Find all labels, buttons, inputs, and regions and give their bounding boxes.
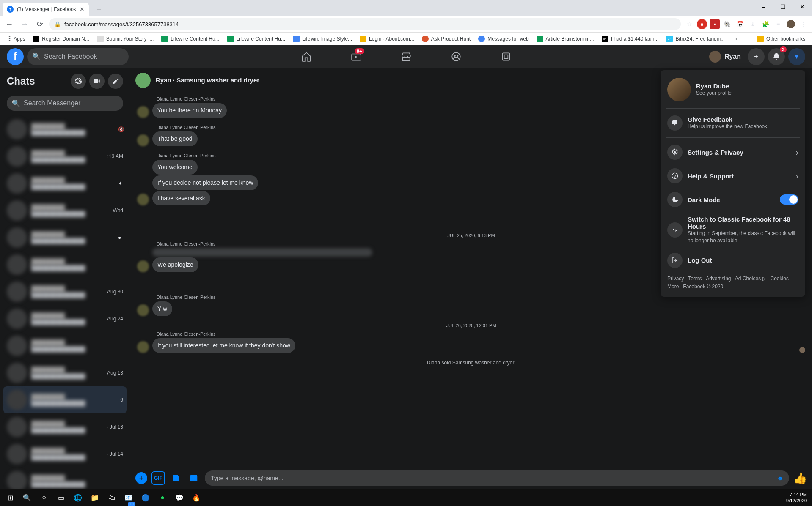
help-row[interactable]: ? Help & Support › bbox=[664, 164, 802, 188]
chat-item[interactable]: ████████ ███████████████ 6 bbox=[3, 386, 127, 413]
close-tab-icon[interactable]: ✕ bbox=[80, 6, 85, 13]
chat-item[interactable]: ████████ ███████████████ · Jul 14 bbox=[3, 440, 127, 468]
other-bookmarks[interactable]: Other bookmarks bbox=[754, 34, 809, 44]
chat-item[interactable]: ████████ ███████████████ Aug 30 bbox=[3, 278, 127, 305]
dark-mode-row[interactable]: Dark Mode bbox=[664, 188, 802, 211]
logout-row[interactable]: Log Out bbox=[664, 249, 802, 272]
bookmark-item[interactable]: Login - About.com... bbox=[356, 34, 418, 44]
abp-icon[interactable]: ● bbox=[697, 19, 707, 29]
dark-mode-toggle[interactable] bbox=[780, 194, 798, 205]
message-bubble[interactable]: If you decide not please let me know bbox=[152, 175, 258, 190]
nav-groups[interactable] bbox=[433, 46, 479, 67]
chat-item[interactable]: ████████ ███████████████ Aug 24 bbox=[3, 305, 127, 332]
close-window-button[interactable]: ✕ bbox=[793, 0, 812, 14]
bookmark-item[interactable]: Submit Your Story |... bbox=[94, 34, 157, 44]
reload-button[interactable]: ⟳ bbox=[34, 18, 46, 30]
app-icon[interactable]: 🔥 bbox=[188, 489, 205, 506]
maximize-button[interactable]: ☐ bbox=[773, 0, 793, 14]
ext-icon-1[interactable]: ▪ bbox=[710, 19, 720, 29]
message-bubble[interactable]: Y w bbox=[152, 301, 172, 316]
gif-icon[interactable]: GIF bbox=[151, 471, 165, 485]
chat-item[interactable]: ████████ ███████████████ bbox=[3, 468, 127, 489]
edge-icon[interactable]: 🌐 bbox=[69, 489, 86, 506]
create-button[interactable]: + bbox=[748, 48, 765, 65]
kebab-menu-icon[interactable]: ⋮ bbox=[798, 19, 809, 29]
system-tray[interactable]: 7:14 PM 9/12/2020 bbox=[786, 492, 810, 504]
conversation-title[interactable]: Ryan · Samsung washer and dryer bbox=[156, 77, 259, 84]
message-bubble[interactable]: I have several ask bbox=[152, 191, 210, 206]
message-bubble[interactable]: We apologize bbox=[152, 257, 198, 272]
account-menu-button[interactable]: ▼ bbox=[788, 48, 805, 65]
nav-gaming[interactable] bbox=[483, 46, 529, 67]
calendar-icon[interactable]: 📅 bbox=[735, 19, 745, 29]
facebook-search[interactable]: 🔍 Search Facebook bbox=[27, 48, 129, 65]
profile-row[interactable]: Ryan Dube See your profile bbox=[664, 74, 802, 106]
message-bubble[interactable]: That be good bbox=[152, 131, 198, 146]
chat-item[interactable]: ████████ ███████████████ bbox=[3, 251, 127, 278]
star-icon[interactable]: ☆ bbox=[684, 19, 694, 29]
forward-button[interactable]: → bbox=[19, 18, 30, 30]
extensions-icon[interactable]: 🧩 bbox=[760, 19, 771, 29]
mail-icon[interactable]: 📧99+ bbox=[120, 489, 137, 506]
bookmark-item[interactable]: Messages for web bbox=[475, 34, 532, 44]
feedback-row[interactable]: Give Feedback Help us improve the new Fa… bbox=[664, 111, 802, 135]
cortana-button[interactable]: ○ bbox=[36, 489, 52, 506]
new-tab-button[interactable]: + bbox=[93, 3, 105, 15]
bookmark-item[interactable]: Ask Product Hunt bbox=[418, 34, 474, 44]
profile-pill[interactable]: Ryan bbox=[706, 49, 744, 64]
reading-list-icon[interactable]: ≡ bbox=[773, 19, 783, 29]
messenger-search[interactable]: 🔍 Search Messenger bbox=[7, 96, 123, 111]
bookmark-item[interactable]: 24Bitrix24: Free landin... bbox=[663, 34, 728, 44]
explorer-icon[interactable]: 📁 bbox=[86, 489, 103, 506]
spotify-icon[interactable]: ● bbox=[154, 489, 171, 506]
facebook-logo[interactable]: f bbox=[7, 48, 24, 65]
nav-home[interactable] bbox=[283, 46, 330, 67]
bookmark-item[interactable]: IHI had a $1,440 laun... bbox=[598, 34, 662, 44]
message-bubble[interactable]: If you still interested let me know if t… bbox=[152, 338, 295, 353]
classic-row[interactable]: Switch to Classic Facebook for 48 Hours … bbox=[664, 211, 802, 249]
message-bubble[interactable]: You welcome bbox=[152, 160, 198, 175]
start-button[interactable]: ⊞ bbox=[2, 489, 19, 506]
thumbs-up-icon[interactable]: 👍 bbox=[793, 471, 807, 485]
chrome-icon[interactable]: 🔵 bbox=[137, 489, 154, 506]
video-room-icon[interactable] bbox=[89, 74, 105, 89]
chat-item[interactable]: ████████ ███████████████ :13 AM bbox=[3, 143, 127, 170]
evernote-icon[interactable]: 🐘 bbox=[722, 19, 732, 29]
ext-icon-2[interactable]: 🌡 bbox=[748, 19, 758, 29]
browser-tab[interactable]: f (3) Messenger | Facebook ✕ bbox=[3, 3, 89, 16]
back-button[interactable]: ← bbox=[3, 18, 15, 30]
chat-item[interactable]: ████████ ███████████████ ✦ bbox=[3, 170, 127, 197]
apps-button[interactable]: ⠿Apps bbox=[3, 34, 28, 44]
open-actions-icon[interactable]: + bbox=[135, 472, 147, 484]
settings-row[interactable]: Settings & Privacy › bbox=[664, 140, 802, 164]
clock[interactable]: 7:14 PM 9/12/2020 bbox=[786, 492, 807, 504]
chat-item[interactable]: ████████ ███████████████ Aug 13 bbox=[3, 359, 127, 386]
sticker-icon[interactable] bbox=[169, 471, 183, 485]
nav-marketplace[interactable] bbox=[383, 46, 429, 67]
message-bubble[interactable]: You be there on Monday bbox=[152, 103, 227, 118]
notifications-button[interactable]: 3 bbox=[768, 48, 785, 65]
task-view-button[interactable]: ▭ bbox=[52, 489, 69, 506]
minimize-button[interactable]: – bbox=[754, 0, 773, 14]
url-input[interactable]: 🔒 facebook.com/messages/t/32567386577383… bbox=[49, 18, 681, 30]
chat-item[interactable]: ████████ ███████████████ 🔇 bbox=[3, 116, 127, 143]
chat-item[interactable]: ████████ ███████████████ · Jul 16 bbox=[3, 413, 127, 440]
bookmark-item[interactable]: Register Domain N... bbox=[29, 34, 92, 44]
messenger-icon[interactable]: 💬 bbox=[171, 489, 188, 506]
settings-icon[interactable] bbox=[71, 74, 86, 89]
profile-avatar-icon[interactable] bbox=[786, 19, 796, 29]
store-icon[interactable]: 🛍 bbox=[103, 489, 120, 506]
conversation-avatar[interactable] bbox=[135, 73, 151, 88]
nav-watch[interactable]: 9+ bbox=[333, 46, 380, 67]
compose-icon[interactable] bbox=[108, 74, 123, 89]
chat-item[interactable]: ████████ ███████████████ · Wed bbox=[3, 197, 127, 224]
chat-item[interactable]: ████████ ███████████████ bbox=[3, 332, 127, 359]
message-input[interactable]: Type a message, @name... ☻ bbox=[205, 470, 789, 486]
emoji-icon[interactable]: ☻ bbox=[777, 475, 783, 481]
bookmark-item[interactable]: Article Brainstormin... bbox=[533, 34, 597, 44]
chat-item[interactable]: ████████ ███████████████ ● bbox=[3, 224, 127, 251]
bookmark-overflow[interactable]: » bbox=[731, 34, 740, 44]
bookmark-item[interactable]: Lifewire Content Hu... bbox=[224, 34, 289, 44]
search-button[interactable]: 🔍 bbox=[19, 489, 36, 506]
image-icon[interactable] bbox=[187, 471, 201, 485]
